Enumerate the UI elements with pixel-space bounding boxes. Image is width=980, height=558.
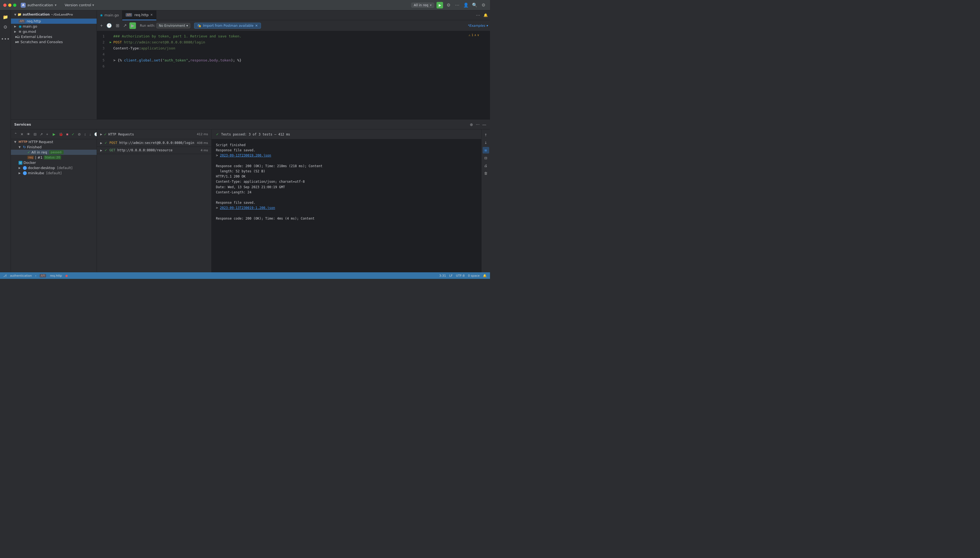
svc-cancel-button[interactable]: ⊘ [77, 132, 82, 137]
copy-button[interactable]: ⊞ [115, 22, 120, 29]
project-header[interactable]: ▼ 📁 authentication ~/GoLandPro [11, 10, 97, 18]
services-more-button[interactable]: ⋯ [475, 122, 480, 127]
tree-all-in-req[interactable]: ✓ All in req passed: [11, 150, 97, 155]
environment-select[interactable]: No Environment ▾ [156, 23, 191, 28]
services-collapse-button[interactable]: — [482, 122, 487, 127]
sidebar-item-go-mod[interactable]: ▶ ≡ go.mod [11, 29, 97, 34]
tree-http-request[interactable]: ▼ HTTP HTTP Request [11, 139, 97, 144]
svc-add-button[interactable]: + [45, 132, 49, 137]
activity-folder[interactable]: 📁 [1, 13, 10, 21]
indent[interactable]: 0 space [468, 274, 479, 277]
minimize-button[interactable] [8, 3, 11, 7]
right-toolbar: ↑ ↓ ≡ ⊟ 🖨 🗑 [481, 130, 490, 272]
svc-check-button[interactable]: ✓ [70, 132, 75, 137]
svc-filter-button[interactable]: 👁 [26, 132, 31, 137]
search-button[interactable]: 🔍 [471, 2, 478, 8]
encoding[interactable]: UTF-8 [456, 274, 465, 277]
export-button[interactable]: ↗ [122, 22, 128, 29]
svc-export-button[interactable]: ↗ [39, 132, 44, 137]
close-button[interactable] [3, 3, 7, 7]
tree-finished[interactable]: ▼ ↻ Finished [11, 144, 97, 150]
script-arrow: > {% [113, 57, 124, 63]
tree-docker[interactable]: 🐳 Docker [11, 160, 97, 165]
services-header: Services ⊕ ⋯ — [11, 120, 490, 130]
notification-icon[interactable]: 🔔 [481, 13, 490, 17]
rt-filter-button[interactable]: ⊟ [483, 154, 489, 161]
line-ending[interactable]: LF [449, 274, 453, 277]
run-button[interactable]: ▶ [437, 2, 443, 8]
code-line-3: Content-Type: application/json [108, 45, 490, 51]
notification-bell[interactable]: 🔔 [483, 274, 487, 277]
sidebar: ▼ 📁 authentication ~/GoLandPro API req.h… [11, 10, 97, 119]
expand-icon: ▶ [100, 141, 102, 144]
output-line-6: length: 52 bytes (52 B) [216, 169, 477, 174]
activity-more[interactable]: ••• [1, 34, 10, 43]
code-content[interactable]: ### Authorization by token, part 1. Retr… [108, 33, 490, 117]
svc-debug-button[interactable]: 🐞 [57, 132, 64, 137]
import-close[interactable]: ✕ [255, 24, 258, 28]
debug-button[interactable]: ⚙ [445, 2, 452, 8]
svc-sort-button[interactable]: ↕ [83, 132, 87, 137]
tab-close-icon[interactable]: ✕ [150, 13, 152, 16]
result-row-post[interactable]: ▶ ✓ POST http://admin:secret@0.0.0.0:808… [97, 139, 211, 147]
svc-expand-button[interactable]: ⌃ [13, 132, 18, 137]
warn-nav-down[interactable]: ∨ [477, 33, 479, 37]
import-banner[interactable]: 🎭 Import from Postman available ✕ [194, 23, 261, 29]
output-link-1[interactable]: 2023-09-13T230019.200.json [220, 154, 271, 158]
maximize-button[interactable] [13, 3, 16, 7]
run-config[interactable]: All in req ▾ [411, 2, 434, 8]
output-link-2[interactable]: 2023-09-13T230019-1.200.json [220, 206, 275, 210]
output-line-1: Script finished [216, 143, 477, 148]
run-line-icon[interactable]: ▶ [108, 39, 113, 45]
tab-req-http[interactable]: API req.http ✕ [122, 10, 156, 20]
get-check-icon: ✓ [105, 148, 107, 152]
expand-icon[interactable]: ▶ [100, 133, 102, 136]
services-add-button[interactable]: ⊕ [469, 122, 474, 127]
chevron-icon: ▼ [14, 140, 18, 143]
sidebar-item-main-go[interactable]: ▶ ◉ main.go [11, 24, 97, 29]
sidebar-item-external-libraries[interactable]: ▶ 🗂 External Libraries [11, 34, 97, 39]
run-requests-button[interactable]: ▶ [129, 22, 136, 29]
more-button[interactable]: ⋯ [454, 2, 461, 8]
titlebar: A authentication ▾ Version control ▾ All… [0, 0, 490, 10]
services-toolbar: ⌃ ✕ 👁 ⊟ ↗ + ▶ 🐞 ■ ✓ ⊘ ↕ ↓ 🕐 [11, 130, 97, 139]
code-editor[interactable]: ⚠ 1 ∧ ∨ 1 2 3 4 5 6 [97, 31, 490, 119]
svc-filter2-button[interactable]: ⊟ [33, 132, 38, 137]
cursor-position[interactable]: 3:31 [439, 274, 446, 277]
branch-name[interactable]: authentication [10, 274, 32, 277]
docker-desktop-badge: [default] [57, 166, 72, 170]
main-go-label: main.go [23, 24, 37, 28]
tree-docker-desktop[interactable]: ▶ docker-desktop [default] [11, 165, 97, 171]
examples-button[interactable]: *Examples ▾ [468, 24, 488, 28]
results-panel: ▶ ✓ HTTP Requests 412 ms ▶ ✓ POST http:/… [97, 130, 490, 272]
settings-button[interactable]: ⚙ [480, 2, 487, 8]
rt-down-button[interactable]: ↓ [483, 139, 489, 146]
svc-sort2-button[interactable]: ↓ [88, 132, 92, 137]
svc-run-button[interactable]: ▶ [52, 132, 57, 137]
rt-delete-button[interactable]: 🗑 [483, 170, 489, 176]
tab-more-button[interactable]: ⋯ [475, 12, 481, 18]
app-title[interactable]: A authentication ▾ [21, 3, 57, 8]
history-button[interactable]: 🕐 [105, 22, 113, 29]
result-row-get[interactable]: ▶ ✓ GET http://0.0.0.0:8080/resource 4 m… [97, 147, 211, 154]
code-line-1: ### Authorization by token, part 1. Retr… [108, 33, 490, 39]
warn-count: 1 [471, 33, 473, 37]
file-breadcrumb[interactable]: req.http [50, 274, 62, 277]
activity-git[interactable]: ⊙ [1, 22, 10, 31]
sidebar-item-scratches[interactable]: ▶ ≡ Scratches and Consoles [11, 39, 97, 44]
tree-minikube[interactable]: ▶ minikube [default] [11, 171, 97, 176]
sidebar-item-req-http[interactable]: API req.http [11, 18, 97, 24]
rt-print-button[interactable]: 🖨 [483, 162, 489, 169]
user-button[interactable]: 👤 [463, 2, 469, 8]
tab-main-go[interactable]: ◉ main.go [97, 10, 122, 20]
svc-stop-button[interactable]: ■ [65, 132, 70, 137]
version-control-button[interactable]: Version control ▾ [63, 2, 96, 8]
rt-up-button[interactable]: ↑ [483, 132, 489, 138]
status-bar: ⎇ authentication › API req.http ● 3:31 L… [0, 272, 490, 279]
add-request-button[interactable]: + [99, 23, 104, 29]
svc-clock-button[interactable]: 🕐 [93, 132, 97, 137]
svc-collapse-button[interactable]: ✕ [20, 132, 25, 137]
warn-nav-up[interactable]: ∧ [474, 33, 476, 37]
tree-req-1[interactable]: req | #1 Status: 20 [11, 155, 97, 160]
rt-format-button[interactable]: ≡ [483, 147, 489, 154]
